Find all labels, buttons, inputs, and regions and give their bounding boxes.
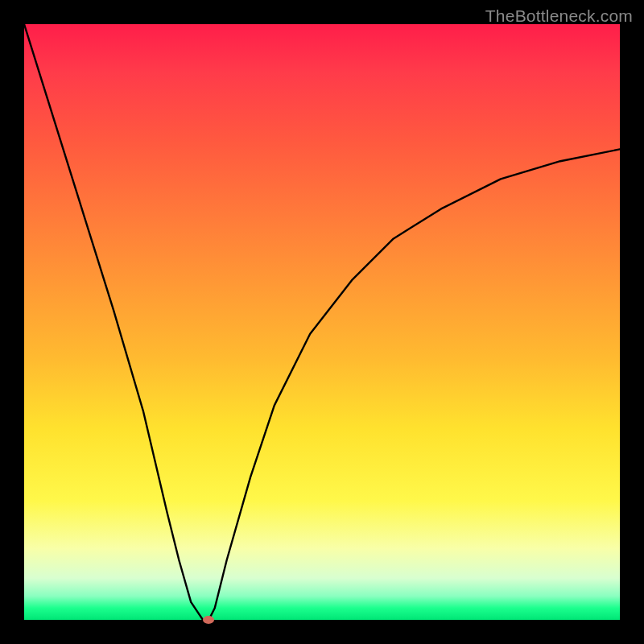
curve-svg [24,24,620,620]
plot-area [24,24,620,620]
minimum-marker [203,616,214,624]
chart-frame: TheBottleneck.com [0,0,644,644]
curve-path [24,24,620,620]
watermark-text: TheBottleneck.com [485,6,633,26]
